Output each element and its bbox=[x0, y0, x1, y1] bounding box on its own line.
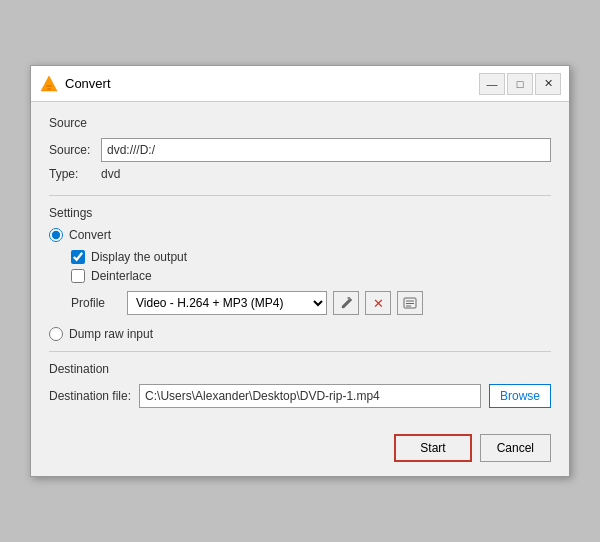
start-button[interactable]: Start bbox=[394, 434, 471, 462]
convert-radio-label: Convert bbox=[69, 228, 111, 242]
destination-file-label: Destination file: bbox=[49, 389, 131, 403]
title-bar: Convert — □ ✕ bbox=[31, 66, 569, 102]
deinterlace-row: Deinterlace bbox=[71, 269, 551, 283]
destination-input[interactable] bbox=[139, 384, 481, 408]
source-row: Source: bbox=[49, 138, 551, 162]
settings-section: Settings Convert Display the output Dein… bbox=[49, 206, 551, 341]
display-output-checkbox[interactable] bbox=[71, 250, 85, 264]
destination-section: Destination Destination file: Browse bbox=[49, 362, 551, 408]
maximize-button[interactable]: □ bbox=[507, 73, 533, 95]
type-value: dvd bbox=[101, 167, 120, 181]
window-controls: — □ ✕ bbox=[479, 73, 561, 95]
source-section-label: Source bbox=[49, 116, 551, 130]
display-output-label: Display the output bbox=[91, 250, 187, 264]
destination-section-label: Destination bbox=[49, 362, 551, 376]
minimize-button[interactable]: — bbox=[479, 73, 505, 95]
source-section: Source Source: Type: dvd bbox=[49, 116, 551, 181]
convert-radio[interactable] bbox=[49, 228, 63, 242]
divider-2 bbox=[49, 351, 551, 352]
profile-select[interactable]: Video - H.264 + MP3 (MP4) Video - H.265 … bbox=[127, 291, 327, 315]
type-row: Type: dvd bbox=[49, 167, 551, 181]
new-profile-icon bbox=[403, 296, 417, 310]
svg-rect-2 bbox=[47, 88, 51, 90]
window-content: Source Source: Type: dvd Settings Conver… bbox=[31, 102, 569, 422]
divider-1 bbox=[49, 195, 551, 196]
display-output-row: Display the output bbox=[71, 250, 551, 264]
close-button[interactable]: ✕ bbox=[535, 73, 561, 95]
dump-raw-label: Dump raw input bbox=[69, 327, 153, 341]
vlc-icon bbox=[39, 74, 59, 94]
source-input[interactable] bbox=[101, 138, 551, 162]
bottom-buttons: Start Cancel bbox=[31, 422, 569, 476]
deinterlace-checkbox[interactable] bbox=[71, 269, 85, 283]
dump-raw-radio[interactable] bbox=[49, 327, 63, 341]
settings-section-label: Settings bbox=[49, 206, 551, 220]
checkbox-group: Display the output Deinterlace bbox=[71, 250, 551, 283]
profile-row: Profile Video - H.264 + MP3 (MP4) Video … bbox=[71, 291, 551, 315]
svg-rect-1 bbox=[46, 85, 52, 87]
dump-raw-row: Dump raw input bbox=[49, 327, 551, 341]
wrench-icon bbox=[339, 296, 353, 310]
type-label: Type: bbox=[49, 167, 101, 181]
source-label: Source: bbox=[49, 143, 101, 157]
cancel-button[interactable]: Cancel bbox=[480, 434, 551, 462]
profile-new-button[interactable] bbox=[397, 291, 423, 315]
browse-button[interactable]: Browse bbox=[489, 384, 551, 408]
convert-window: Convert — □ ✕ Source Source: Type: dvd S… bbox=[30, 65, 570, 477]
convert-radio-row: Convert bbox=[49, 228, 551, 242]
profile-delete-button[interactable]: ✕ bbox=[365, 291, 391, 315]
profile-edit-button[interactable] bbox=[333, 291, 359, 315]
window-title: Convert bbox=[65, 76, 479, 91]
profile-label: Profile bbox=[71, 296, 121, 310]
deinterlace-label: Deinterlace bbox=[91, 269, 152, 283]
destination-row: Destination file: Browse bbox=[49, 384, 551, 408]
